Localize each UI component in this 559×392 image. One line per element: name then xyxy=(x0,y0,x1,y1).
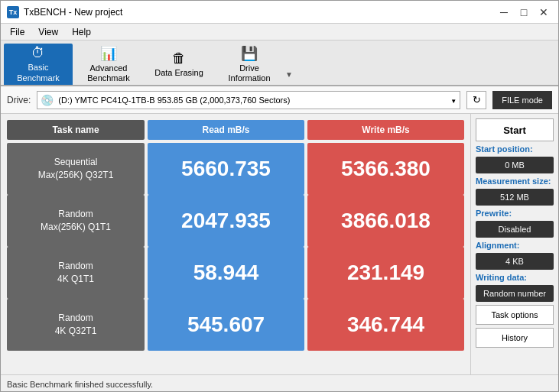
menu-file[interactable]: File xyxy=(4,25,31,39)
table-header: Task name Read mB/s Write mB/s xyxy=(7,120,464,140)
measurement-size-label: Measurement size: xyxy=(476,177,554,186)
data-erasing-icon: 🗑 xyxy=(172,50,186,66)
basic-benchmark-label: BasicBenchmark xyxy=(17,63,60,83)
advanced-benchmark-label: AdvancedBenchmark xyxy=(87,63,130,83)
main-area: Task name Read mB/s Write mB/s Sequentia… xyxy=(1,114,558,374)
task-options-button[interactable]: Task options xyxy=(476,305,554,325)
basic-benchmark-icon: ⏱ xyxy=(31,45,45,61)
alignment-label: Alignment: xyxy=(476,241,554,250)
basic-benchmark-tab[interactable]: ⏱ BasicBenchmark xyxy=(4,44,73,85)
bench-rows-container: Sequential Max(256K) Q32T1 5660.735 5366… xyxy=(7,143,464,351)
read-cell: 5660.735 xyxy=(148,143,304,195)
close-button[interactable]: ✕ xyxy=(535,5,552,20)
table-row: Random 4K Q32T1 545.607 346.744 xyxy=(7,299,464,351)
writing-data-label: Writing data: xyxy=(476,273,554,282)
task-cell: Random 4K Q1T1 xyxy=(7,247,145,299)
advanced-benchmark-icon: 📊 xyxy=(100,45,117,62)
drive-label: Drive: xyxy=(7,95,31,105)
start-position-label: Start position: xyxy=(476,144,554,154)
right-panel: Start Start position: 0 MB Measurement s… xyxy=(470,114,558,374)
alignment-value: 4 KB xyxy=(476,253,554,270)
table-row: Sequential Max(256K) Q32T1 5660.735 5366… xyxy=(7,143,464,195)
table-row: Random Max(256K) Q1T1 2047.935 3866.018 xyxy=(7,195,464,247)
menu-view[interactable]: View xyxy=(32,25,64,39)
window-controls: ─ □ ✕ xyxy=(496,5,552,20)
table-row: Random 4K Q1T1 58.944 231.149 xyxy=(7,247,464,299)
prewrite-label: Prewrite: xyxy=(476,209,554,218)
app-icon: Tx xyxy=(7,6,19,18)
drive-select-icon: 💿 xyxy=(41,94,54,106)
data-erasing-label: Data Erasing xyxy=(154,68,203,78)
writing-data-value: Random number xyxy=(476,285,554,302)
write-cell: 5366.380 xyxy=(307,143,464,195)
menu-help[interactable]: Help xyxy=(66,25,97,39)
status-bar: Basic Benchmark finished successfully. xyxy=(1,374,558,392)
task-cell: Sequential Max(256K) Q32T1 xyxy=(7,143,145,195)
read-cell: 545.607 xyxy=(148,299,304,351)
maximize-button[interactable]: □ xyxy=(515,5,532,20)
title-bar: Tx TxBENCH - New project ─ □ ✕ xyxy=(1,1,558,24)
task-cell: Random Max(256K) Q1T1 xyxy=(7,195,145,247)
col-read-header: Read mB/s xyxy=(148,120,304,140)
measurement-size-value: 512 MB xyxy=(476,189,554,206)
col-write-header: Write mB/s xyxy=(307,120,464,140)
task-cell: Random 4K Q32T1 xyxy=(7,299,145,351)
file-mode-button[interactable]: FILE mode xyxy=(492,91,552,109)
toolbar: ⏱ BasicBenchmark 📊 AdvancedBenchmark 🗑 D… xyxy=(1,40,558,86)
benchmark-table: Task name Read mB/s Write mB/s Sequentia… xyxy=(1,114,470,374)
start-button[interactable]: Start xyxy=(476,118,554,141)
history-button[interactable]: History xyxy=(476,328,554,348)
drive-select-value: (D:) YMTC PC41Q-1TB-B 953.85 GB (2,000,3… xyxy=(58,96,290,105)
advanced-benchmark-tab[interactable]: 📊 AdvancedBenchmark xyxy=(74,44,143,85)
write-cell: 346.744 xyxy=(307,299,464,351)
col-task-header: Task name xyxy=(7,120,145,140)
drive-information-icon: 💾 xyxy=(241,45,258,62)
drive-dropdown-chevron xyxy=(450,96,457,105)
write-cell: 3866.018 xyxy=(307,195,464,247)
minimize-button[interactable]: ─ xyxy=(496,5,512,20)
status-text: Basic Benchmark finished successfully. xyxy=(7,380,153,389)
data-erasing-tab[interactable]: 🗑 Data Erasing xyxy=(145,44,213,85)
drive-row: Drive: 💿 (D:) YMTC PC41Q-1TB-B 953.85 GB… xyxy=(1,86,558,114)
write-cell: 231.149 xyxy=(307,247,464,299)
drive-dropdown[interactable]: 💿 (D:) YMTC PC41Q-1TB-B 953.85 GB (2,000… xyxy=(37,91,460,109)
title-bar-left: Tx TxBENCH - New project xyxy=(7,6,122,18)
menu-bar: File View Help xyxy=(1,24,558,40)
toolbar-more-arrow[interactable]: ▼ xyxy=(285,44,293,85)
prewrite-value: Disabled xyxy=(476,221,554,238)
drive-information-tab[interactable]: 💾 DriveInformation xyxy=(215,44,284,85)
read-cell: 58.944 xyxy=(148,247,304,299)
drive-information-label: DriveInformation xyxy=(228,63,270,83)
refresh-button[interactable]: ↻ xyxy=(466,91,486,109)
read-cell: 2047.935 xyxy=(148,195,304,247)
window-title: TxBENCH - New project xyxy=(24,7,122,18)
start-position-value: 0 MB xyxy=(476,157,554,173)
